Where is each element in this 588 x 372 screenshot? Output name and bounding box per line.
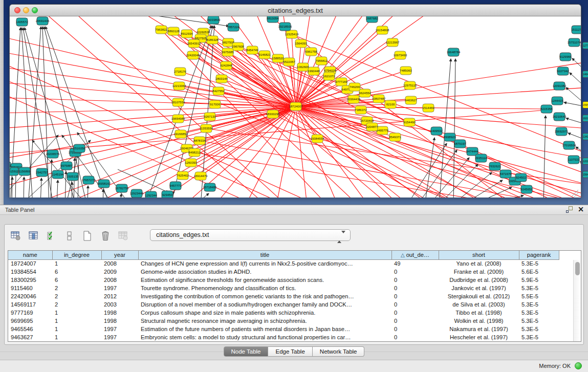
table-row[interactable]: 1938455462009Genome-wide association stu… xyxy=(8,268,573,276)
svg-text:12325419: 12325419 xyxy=(285,33,299,36)
svg-text:746266: 746266 xyxy=(350,85,360,89)
svg-text:8549371: 8549371 xyxy=(389,136,401,139)
column-header-title[interactable]: title xyxy=(138,251,391,259)
svg-text:924502: 924502 xyxy=(516,176,527,179)
svg-text:16914479: 16914479 xyxy=(194,174,208,178)
desktop-edge-sliver xyxy=(0,0,4,205)
svg-text:9242848: 9242848 xyxy=(220,64,232,67)
graph-node[interactable]: 134125 xyxy=(582,133,588,140)
svg-text:12213364: 12213364 xyxy=(172,84,186,87)
svg-text:2942757: 2942757 xyxy=(36,171,48,174)
graph-node[interactable]: 162213 xyxy=(582,115,588,122)
tab-network-table[interactable]: Network Table xyxy=(313,346,365,357)
float-panel-icon[interactable] xyxy=(566,206,573,213)
column-header-pagerank[interactable]: pagerank xyxy=(519,251,559,259)
table-row[interactable]: 2242004622012Investigating the contribut… xyxy=(8,292,573,300)
table-row[interactable]: 1830029562008Estimation of significance … xyxy=(8,276,573,284)
node-table-subpanel: f(x) citations_edges.txt name in_degree xyxy=(4,224,584,345)
table-selector-value: citations_edges.txt xyxy=(156,231,209,238)
status-bar: Memory: OK xyxy=(0,360,588,372)
delete-table-button[interactable] xyxy=(117,230,129,242)
svg-text:8813054: 8813054 xyxy=(267,17,279,20)
network-canvas[interactable]: 1872400779638228860128891293422260538982… xyxy=(10,16,581,198)
svg-text:17016504: 17016504 xyxy=(562,144,576,147)
svg-text:9463627: 9463627 xyxy=(405,99,417,102)
tab-node-table[interactable]: Node Table xyxy=(224,346,269,357)
svg-text:917006: 917006 xyxy=(210,103,221,106)
svg-text:16543912: 16543912 xyxy=(187,42,201,45)
svg-text:6961758: 6961758 xyxy=(305,50,317,53)
svg-text:1107533: 1107533 xyxy=(568,158,580,161)
graph-node[interactable]: 156440 xyxy=(582,171,588,178)
table-row[interactable]: 977716911998Corpus callosum shape and si… xyxy=(8,309,573,317)
table-selector-dropdown[interactable]: citations_edges.txt xyxy=(150,229,351,241)
svg-text:62100: 62100 xyxy=(386,103,395,106)
svg-text:1511274: 1511274 xyxy=(572,28,581,31)
svg-text:2718176: 2718176 xyxy=(174,70,186,73)
graph-node[interactable]: 120103 xyxy=(582,158,588,165)
graph-node[interactable]: 127743 xyxy=(582,42,588,49)
svg-text:1514469: 1514469 xyxy=(422,106,434,110)
table-row[interactable]: 969969511998Structural magnetic resonanc… xyxy=(8,317,573,325)
svg-text:9457771: 9457771 xyxy=(169,184,182,187)
svg-text:1405572: 1405572 xyxy=(16,20,28,24)
table-row[interactable]: 946362711997Embryonic stem cells: a mode… xyxy=(8,333,573,341)
svg-text:9474444: 9474444 xyxy=(466,150,478,153)
select-all-button[interactable] xyxy=(46,230,58,242)
svg-text:19384554: 19384554 xyxy=(311,137,324,140)
column-header-out-degree[interactable]: △out_de… xyxy=(391,251,439,259)
column-header-short[interactable]: short xyxy=(439,251,519,259)
svg-text:7963822: 7963822 xyxy=(155,28,167,31)
svg-text:16033809: 16033809 xyxy=(207,18,221,21)
clear-selection-button[interactable] xyxy=(63,230,76,242)
svg-text:10973493: 10973493 xyxy=(394,54,407,57)
svg-text:22420046: 22420046 xyxy=(186,54,200,57)
column-header-year[interactable]: year xyxy=(101,251,138,259)
svg-text:12213967: 12213967 xyxy=(386,41,400,44)
svg-text:1505135: 1505135 xyxy=(67,175,79,178)
column-header-name[interactable]: name xyxy=(8,251,52,259)
table-scrollbar-thumb[interactable] xyxy=(575,262,580,275)
graph-node[interactable]: 146432 xyxy=(582,71,588,78)
svg-text:8427552: 8427552 xyxy=(212,90,225,93)
svg-text:9245652: 9245652 xyxy=(520,188,533,191)
table-toolbar: f(x) citations_edges.txt xyxy=(8,228,580,244)
svg-text:2803144: 2803144 xyxy=(215,77,228,80)
panel-title: Table Panel xyxy=(5,207,35,213)
table-row[interactable]: 1872400712008Changes of HCN gene express… xyxy=(8,259,573,268)
close-panel-icon[interactable]: ✕ xyxy=(578,206,584,213)
svg-text:15718485: 15718485 xyxy=(203,186,217,189)
delete-column-button[interactable] xyxy=(99,230,112,242)
show-columns-button[interactable] xyxy=(28,230,40,242)
svg-text:7955812: 7955812 xyxy=(315,59,328,62)
svg-text:6794028: 6794028 xyxy=(324,69,336,72)
graph-node[interactable]: 15958 xyxy=(582,101,588,108)
svg-text:16154808: 16154808 xyxy=(376,29,389,32)
table-row[interactable]: 946554611997Estimation of the future num… xyxy=(8,325,573,333)
svg-text:6522057: 6522057 xyxy=(283,60,295,63)
memory-status-label: Memory: OK xyxy=(539,363,571,369)
memory-status-icon[interactable] xyxy=(575,362,582,369)
svg-text:7386372: 7386372 xyxy=(355,108,367,112)
svg-text:18724007: 18724007 xyxy=(289,105,303,108)
svg-text:2935114: 2935114 xyxy=(475,157,488,160)
table-row[interactable]: 1456911722003Disruption of a novel membe… xyxy=(8,300,573,309)
svg-text:1292344: 1292344 xyxy=(145,194,157,197)
svg-text:9975887: 9975887 xyxy=(60,164,73,167)
svg-text:8498212: 8498212 xyxy=(188,151,201,154)
tab-edge-table[interactable]: Edge Table xyxy=(268,346,312,357)
svg-text:20364436: 20364436 xyxy=(347,98,361,101)
table-panel: Table Panel ✕ xyxy=(0,205,588,360)
column-header-in-degree[interactable]: in_degree xyxy=(52,251,101,259)
table-scrollbar[interactable] xyxy=(573,260,581,341)
create-column-button[interactable] xyxy=(81,230,94,242)
table-mode-button[interactable] xyxy=(10,230,22,242)
network-window: citations_edges.txt 18724007796382288601… xyxy=(9,4,581,198)
svg-text:15751074: 15751074 xyxy=(568,41,581,44)
network-window-titlebar[interactable]: citations_edges.txt xyxy=(10,5,581,16)
svg-text:8878334: 8878334 xyxy=(193,139,206,142)
svg-text:1588520: 1588520 xyxy=(272,57,284,60)
table-row[interactable]: 911546021997Tourette syndrome. Phenomeno… xyxy=(8,284,573,292)
svg-text:7485063: 7485063 xyxy=(400,69,412,72)
svg-text:8912934: 8912934 xyxy=(181,32,193,35)
